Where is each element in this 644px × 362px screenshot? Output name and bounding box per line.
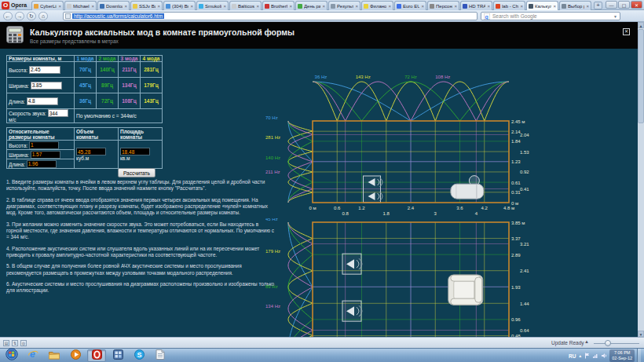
url-field[interactable]: http://acoustic.ua/forms/calculator6.htm [63, 12, 478, 20]
browser-tab[interactable]: Balticosa...× [229, 1, 262, 10]
opera-menu-button[interactable]: O Opera [2, 1, 27, 9]
taskbar-button-app-grid[interactable] [108, 349, 127, 362]
back-button[interactable]: ← [3, 12, 13, 20]
tab-close-icon[interactable]: × [553, 4, 556, 9]
browser-tab[interactable]: (304) Вхо...× [163, 1, 196, 10]
tab-close-icon[interactable]: × [355, 4, 358, 9]
browser-tab[interactable]: Euro EUR ...× [394, 1, 426, 10]
search-field[interactable]: g Search with Google ▼ [481, 12, 620, 20]
reload-button[interactable]: ↻ [27, 12, 36, 20]
area-unit: кв.м [120, 155, 130, 161]
tab-close-icon[interactable]: × [421, 4, 424, 9]
tab-close-icon[interactable]: × [520, 4, 523, 9]
browser-tab[interactable]: Выбор р...× [559, 1, 591, 10]
network-icon[interactable] [592, 353, 598, 359]
show-desktop-button[interactable] [637, 349, 641, 362]
new-tab-button[interactable]: + [594, 2, 602, 9]
relative-value[interactable] [27, 160, 57, 168]
speed-input[interactable] [48, 109, 68, 117]
zoom-menu-icon[interactable]: ▲ [584, 339, 589, 344]
opera-browser-window: O Opera CyberLin...×Michael ...×Downloa.… [0, 0, 644, 362]
area-value[interactable] [120, 148, 150, 155]
sync-icon[interactable]: ⇅ [12, 340, 18, 346]
y-tick-label: 0.64 [520, 328, 529, 333]
tab-close-icon[interactable]: × [454, 4, 457, 9]
relative-value[interactable] [29, 141, 59, 149]
taskbar-button-opera[interactable] [87, 349, 106, 362]
tab-close-icon[interactable]: × [223, 4, 226, 9]
calculate-button[interactable]: Рассчитать [118, 168, 156, 177]
mode-frequency: 70Гц [75, 62, 97, 78]
tab-close-icon[interactable]: × [190, 4, 193, 9]
browser-tab[interactable]: Филанов...× [361, 1, 393, 10]
taskbar-button-skype[interactable]: S [130, 349, 148, 362]
dimension-input[interactable] [29, 66, 60, 74]
area-header: Площадь комнаты [119, 128, 163, 141]
browser-tab[interactable]: Калькул...× [526, 1, 558, 10]
browser-tab[interactable]: День ра...× [295, 1, 327, 10]
update-ready-label[interactable]: Update Ready [551, 340, 584, 346]
span-mode-frequency-label: 70 Hz [265, 115, 278, 120]
home-button[interactable]: ⌂ [38, 12, 48, 20]
taskbar-button-ie[interactable]: e [24, 349, 42, 362]
browser-tab[interactable]: CyberLin...× [31, 1, 64, 10]
minimize-button[interactable]: — [606, 1, 617, 9]
browser-tab[interactable]: Результа...× [328, 1, 360, 10]
maximize-button[interactable]: ▢ [618, 1, 630, 9]
language-indicator[interactable]: RU [569, 353, 576, 359]
tab-title: Balticosa... [238, 4, 254, 9]
volume-icon[interactable] [601, 353, 607, 359]
speed-label: Скорость звука: [9, 111, 48, 116]
length-mode-frequency-label: 36 Hz [315, 75, 327, 79]
browser-tab[interactable]: Smukoli...× [196, 1, 229, 10]
forward-button[interactable]: → [15, 12, 24, 20]
tab-close-icon[interactable]: × [289, 4, 292, 9]
browser-tab[interactable]: SSJv Bas...× [130, 1, 163, 10]
tray-expand-icon[interactable]: ▲ [578, 353, 582, 358]
browser-tab[interactable]: Downloa...× [97, 1, 130, 10]
tab-close-icon[interactable]: × [388, 4, 391, 9]
scroll-up-icon[interactable]: ▲ [638, 22, 644, 28]
search-dropdown-icon[interactable]: ▼ [613, 14, 617, 19]
browser-tab[interactable]: Brotherh...× [262, 1, 295, 10]
tab-close-icon[interactable]: × [256, 4, 259, 9]
span-mode-frequency-label: 140 Hz [265, 155, 280, 160]
browser-status-bar: ▤ ⇅ ◎ Update Ready ▲ [0, 337, 644, 348]
banner-close-icon[interactable]: ✕ [623, 28, 630, 35]
taskbar-button-notes[interactable] [151, 349, 170, 362]
page-scrollbar[interactable]: ▲ ▼ [638, 22, 644, 337]
tab-close-icon[interactable]: × [91, 4, 94, 9]
dimension-input[interactable] [31, 82, 62, 90]
browser-tab[interactable]: lab - Chi...× [493, 1, 525, 10]
mode-frequency: 45Гц [75, 78, 97, 93]
scroll-down-icon[interactable]: ▼ [638, 331, 644, 337]
start-button[interactable] [2, 349, 21, 362]
tab-close-icon[interactable]: × [586, 4, 589, 9]
zoom-slider-thumb[interactable] [605, 340, 611, 346]
scrollbar-thumb[interactable] [638, 29, 644, 123]
browser-tab[interactable]: HD TRA...× [460, 1, 492, 10]
tab-close-icon[interactable]: × [157, 4, 160, 9]
action-center-icon[interactable] [584, 353, 590, 359]
taskbar-button-wmp[interactable] [66, 349, 85, 362]
tab-close-icon[interactable]: × [322, 4, 325, 9]
browser-tab[interactable]: Michael ...× [64, 1, 97, 10]
tab-close-icon[interactable]: × [487, 4, 490, 9]
tab-close-icon[interactable]: × [58, 4, 61, 9]
zoom-slider-track[interactable] [594, 343, 639, 344]
instruction-paragraph: 3. При желании можно изменить значение с… [6, 221, 275, 241]
relative-value[interactable] [31, 151, 60, 159]
windows-taskbar: RU ▲ 7:06 PM 02-Sep-12 eS [0, 348, 644, 362]
x-tick-label: 3.6 [456, 206, 463, 210]
tab-strip: CyberLin...×Michael ...×Downloa...×SSJv … [31, 0, 592, 10]
tab-close-icon[interactable]: × [124, 4, 127, 9]
browser-tab[interactable]: Персона...× [427, 1, 459, 10]
taskbar-clock[interactable]: 7:06 PM 02-Sep-12 [609, 349, 635, 362]
close-button[interactable]: ✕ [631, 1, 642, 9]
volume-value[interactable] [76, 148, 106, 155]
dimension-input[interactable] [27, 97, 58, 105]
turbo-icon[interactable]: ◎ [20, 340, 27, 346]
room-dimensions-table: Размеры комнаты, м1 мода2 мода3 мода4 мо… [6, 55, 163, 123]
panels-toggle-icon[interactable]: ▤ [3, 340, 9, 346]
taskbar-button-explorer[interactable] [45, 349, 64, 362]
